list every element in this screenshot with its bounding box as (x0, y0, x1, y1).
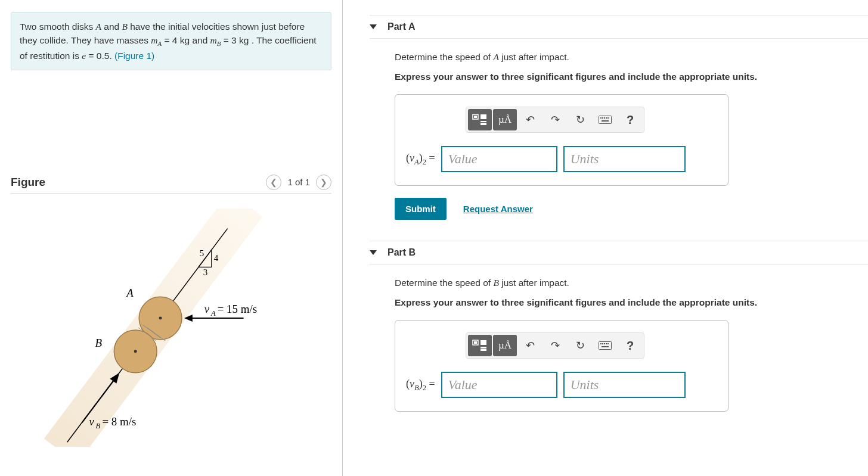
svg-rect-14 (474, 116, 477, 118)
figure-svg: 5 4 3 A B v A = 15 m/s v B = 8 m/s (11, 209, 331, 447)
part-a-title: Part A (388, 21, 416, 32)
part-b-answer-box: µÅ ↶ ↷ ↻ ? (vB)2 = Value Units (395, 320, 728, 412)
svg-rect-26 (474, 341, 477, 344)
help-icon[interactable]: ? (618, 335, 642, 356)
svg-rect-29 (480, 349, 486, 351)
mB: m (210, 35, 217, 45)
disk-B-label: B (95, 337, 102, 349)
figure-next-button[interactable]: ❯ (316, 175, 331, 190)
part-b-title: Part B (388, 247, 416, 258)
svg-rect-27 (480, 340, 486, 345)
part-b-instruction: Express your answer to three significant… (395, 297, 868, 308)
svg-rect-18 (599, 116, 612, 124)
disk-A-label: A (125, 287, 134, 299)
redo-icon[interactable]: ↷ (543, 109, 567, 130)
part-a-answer-box: µÅ ↶ ↷ ↻ ? (vA)2 = Value Units (395, 94, 728, 186)
problem-statement: Two smooth disks A and B have the initia… (11, 12, 331, 70)
eq: = (221, 35, 231, 45)
units-input[interactable]: Units (563, 372, 686, 398)
mA: m (151, 35, 157, 45)
request-answer-link[interactable]: Request Answer (463, 204, 533, 214)
help-icon[interactable]: ? (618, 109, 642, 130)
answer-toolbar: µÅ ↶ ↷ ↻ ? (466, 107, 644, 133)
keyboard-icon[interactable] (593, 335, 617, 356)
answer-toolbar: µÅ ↶ ↷ ↻ ? (466, 332, 644, 359)
figure-area: 5 4 3 A B v A = 15 m/s v B = 8 m/s (11, 209, 331, 447)
svg-rect-34 (606, 343, 607, 344)
part-b-header[interactable]: Part B (370, 241, 868, 265)
figure-prev-button[interactable]: ❮ (266, 175, 281, 190)
vA-sub: A (210, 309, 216, 318)
figure-nav: ❮ 1 of 1 ❯ (266, 175, 331, 190)
unit: kg (177, 35, 190, 45)
part-a-instruction: Express your answer to three significant… (395, 71, 868, 82)
reset-icon[interactable]: ↻ (568, 109, 592, 130)
svg-rect-36 (602, 346, 609, 347)
value-input[interactable]: Value (441, 146, 557, 172)
text: and (190, 35, 210, 45)
tri-adj: 3 (203, 267, 207, 277)
eq: = (86, 51, 97, 61)
val: 3 (231, 35, 237, 45)
templates-icon[interactable] (468, 335, 492, 356)
part-a-var-label: (vA)2 = (406, 152, 435, 167)
caret-down-icon (370, 250, 377, 255)
vB-label: v (89, 415, 95, 428)
tri-hyp: 5 (200, 248, 204, 258)
templates-icon[interactable] (468, 109, 492, 130)
part-a-header[interactable]: Part A (370, 15, 868, 39)
part-a-question: Determine the speed of A just after impa… (395, 52, 868, 63)
units-input[interactable]: Units (563, 146, 686, 172)
unit: kg (237, 35, 249, 45)
eq: = (162, 35, 172, 45)
svg-rect-21 (604, 117, 605, 119)
part-b-var-label: (vB)2 = (406, 378, 435, 393)
var-A: A (96, 21, 101, 32)
svg-rect-20 (602, 117, 603, 119)
figure-link[interactable]: (Figure 1) (114, 51, 154, 61)
vB-sub: B (95, 421, 100, 430)
part-a-body: Determine the speed of A just after impa… (370, 39, 868, 241)
svg-rect-17 (480, 123, 486, 125)
caret-down-icon (370, 24, 377, 29)
svg-rect-24 (602, 120, 609, 122)
redo-icon[interactable]: ↷ (543, 335, 567, 356)
value-input[interactable]: Value (441, 372, 557, 398)
text: Two smooth disks (20, 21, 96, 32)
vB-val: = 8 m/s (102, 415, 136, 428)
left-panel: Two smooth disks A and B have the initia… (0, 0, 343, 476)
svg-rect-19 (600, 117, 602, 119)
submit-button[interactable]: Submit (395, 198, 447, 220)
part-a-input-row: (vA)2 = Value Units (406, 146, 717, 172)
svg-point-3 (159, 316, 162, 319)
figure-counter: 1 of 1 (287, 177, 310, 187)
keyboard-icon[interactable] (593, 109, 617, 130)
var-B: B (122, 21, 127, 32)
part-b-body: Determine the speed of B just after impa… (370, 265, 868, 412)
part-a-submit-row: Submit Request Answer (395, 198, 868, 220)
figure-header: Figure ❮ 1 of 1 ❯ (11, 175, 331, 194)
svg-rect-31 (600, 343, 602, 344)
tri-opp: 4 (214, 253, 219, 263)
svg-rect-15 (480, 114, 486, 119)
reset-icon[interactable]: ↻ (568, 335, 592, 356)
vA-val: = 15 m/s (218, 303, 257, 315)
part-b-input-row: (vB)2 = Value Units (406, 372, 717, 398)
svg-point-5 (134, 350, 137, 353)
text: . (109, 51, 114, 61)
text: and (101, 21, 122, 32)
vA-label: v (204, 303, 210, 315)
svg-rect-33 (604, 343, 605, 344)
svg-rect-22 (606, 117, 607, 119)
symbols-icon[interactable]: µÅ (493, 109, 517, 130)
undo-icon[interactable]: ↶ (518, 335, 542, 356)
svg-rect-30 (599, 342, 612, 350)
svg-rect-23 (607, 117, 609, 119)
val: 0.5 (97, 51, 110, 61)
svg-rect-32 (602, 343, 603, 344)
right-panel: Part A Determine the speed of A just aft… (343, 0, 868, 476)
svg-rect-35 (607, 343, 609, 344)
undo-icon[interactable]: ↶ (518, 109, 542, 130)
figure-title: Figure (11, 176, 45, 189)
symbols-icon[interactable]: µÅ (493, 335, 517, 356)
